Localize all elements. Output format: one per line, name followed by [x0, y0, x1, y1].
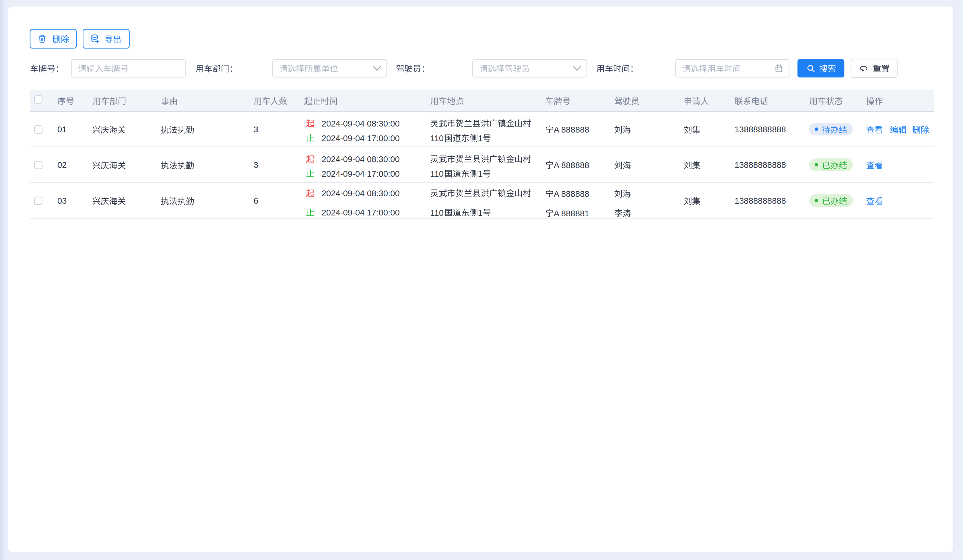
svg-text:110: 110	[430, 169, 444, 178]
svg-text:1: 1	[478, 133, 483, 143]
svg-text:A 888888: A 888888	[554, 125, 589, 134]
svg-text:110: 110	[430, 133, 444, 143]
svg-text:3: 3	[254, 160, 258, 170]
svg-text:2024-09-04 17:00:00: 2024-09-04 17:00:00	[322, 169, 400, 178]
svg-text:110: 110	[430, 208, 444, 217]
svg-text:6: 6	[254, 196, 258, 206]
svg-text:1: 1	[478, 208, 483, 217]
svg-text:3: 3	[254, 125, 258, 134]
svg-text:02: 02	[57, 160, 67, 170]
svg-text:2024-09-04 17:00:00: 2024-09-04 17:00:00	[322, 208, 400, 217]
svg-text:01: 01	[57, 125, 67, 134]
svg-text:1: 1	[478, 169, 483, 178]
svg-text:13888888888: 13888888888	[734, 125, 786, 134]
svg-text:13888888888: 13888888888	[734, 160, 786, 170]
svg-text:A 888881: A 888881	[554, 209, 589, 218]
svg-text:2024-09-04 08:30:00: 2024-09-04 08:30:00	[322, 154, 400, 164]
svg-text:2024-09-04 08:30:00: 2024-09-04 08:30:00	[322, 119, 400, 128]
svg-text:A 888888: A 888888	[554, 160, 589, 170]
svg-text:03: 03	[57, 196, 67, 206]
svg-text:2024-09-04 17:00:00: 2024-09-04 17:00:00	[322, 133, 400, 143]
svg-text:2024-09-04 08:30:00: 2024-09-04 08:30:00	[322, 188, 400, 198]
svg-text:A 888888: A 888888	[554, 189, 589, 199]
svg-text:13888888888: 13888888888	[734, 196, 786, 206]
